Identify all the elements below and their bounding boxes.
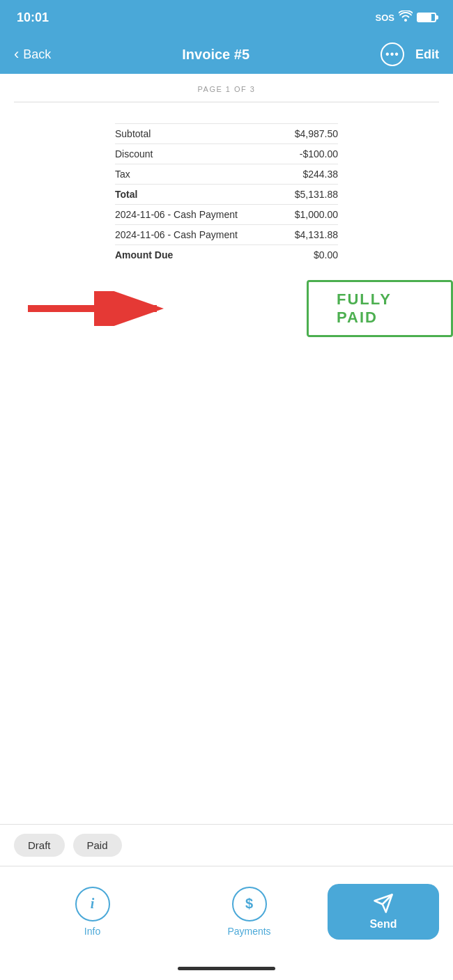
wifi-icon (399, 10, 413, 24)
discount-label: Discount (115, 148, 153, 160)
summary-row-amount-due: Amount Due $0.00 (115, 244, 338, 265)
nav-title: Invoice #5 (182, 47, 249, 63)
info-label: Info (84, 926, 100, 937)
draft-tag[interactable]: Draft (14, 834, 65, 857)
summary-row-total: Total $5,131.88 (115, 184, 338, 204)
battery-icon (417, 13, 436, 22)
info-icon-circle: i (75, 887, 110, 921)
send-icon (373, 893, 394, 914)
summary-row-payment1: 2024-11-06 - Cash Payment $1,000.00 (115, 204, 338, 224)
subtotal-label: Subtotal (115, 128, 151, 139)
payment1-value: $1,000.00 (295, 209, 338, 220)
paid-tag[interactable]: Paid (73, 834, 122, 857)
content-spacer (0, 347, 453, 824)
status-time: 10:01 (17, 10, 49, 25)
payment2-value: $4,131.88 (295, 229, 338, 240)
total-value: $5,131.88 (295, 189, 338, 200)
payment2-label: 2024-11-06 - Cash Payment (115, 229, 238, 240)
payments-icon-circle: $ (232, 887, 267, 921)
more-options-button[interactable]: ••• (381, 42, 404, 66)
page-indicator: PAGE 1 OF 3 (0, 74, 453, 102)
payments-icon: $ (245, 896, 253, 912)
status-icons: SOS (376, 10, 436, 24)
sos-icon: SOS (376, 13, 394, 23)
info-icon: i (91, 896, 95, 912)
home-bar (178, 967, 275, 970)
send-label: Send (369, 918, 397, 931)
more-dots-icon: ••• (385, 49, 399, 60)
summary-row-subtotal: Subtotal $4,987.50 (115, 123, 338, 143)
home-indicator (0, 956, 453, 980)
back-button[interactable]: ‹ Back (14, 47, 51, 62)
arrow-icon (28, 291, 167, 326)
edit-button[interactable]: Edit (415, 47, 439, 62)
nav-bar: ‹ Back Invoice #5 ••• Edit (0, 35, 453, 74)
fully-paid-badge: FULLY PAID (307, 280, 453, 337)
payment1-label: 2024-11-06 - Cash Payment (115, 209, 238, 220)
info-tab[interactable]: i Info (14, 887, 171, 937)
nav-right-actions: ••• Edit (381, 42, 439, 66)
summary-row-discount: Discount -$100.00 (115, 143, 338, 164)
discount-value: -$100.00 (300, 148, 338, 160)
total-label: Total (115, 189, 137, 200)
summary-row-tax: Tax $244.38 (115, 164, 338, 184)
back-label: Back (23, 47, 51, 62)
page-divider (14, 102, 439, 102)
amount-due-value: $0.00 (314, 249, 338, 260)
bottom-toolbar: i Info $ Payments Send (0, 866, 453, 956)
tax-value: $244.38 (302, 169, 338, 180)
back-chevron-icon: ‹ (14, 47, 19, 62)
fully-paid-section: FULLY PAID (0, 284, 453, 333)
status-bar: 10:01 SOS (0, 0, 453, 35)
summary-row-payment2: 2024-11-06 - Cash Payment $4,131.88 (115, 224, 338, 244)
subtotal-value: $4,987.50 (295, 128, 338, 139)
invoice-summary: Subtotal $4,987.50 Discount -$100.00 Tax… (115, 123, 338, 265)
payments-label: Payments (227, 926, 270, 937)
fully-paid-text: FULLY PAID (337, 290, 391, 326)
amount-due-label: Amount Due (115, 249, 173, 260)
main-content: PAGE 1 OF 3 Subtotal $4,987.50 Discount … (0, 74, 453, 824)
payments-tab[interactable]: $ Payments (171, 887, 328, 937)
send-button[interactable]: Send (328, 884, 439, 940)
tax-label: Tax (115, 169, 130, 180)
status-tag-bar: Draft Paid (0, 824, 453, 866)
